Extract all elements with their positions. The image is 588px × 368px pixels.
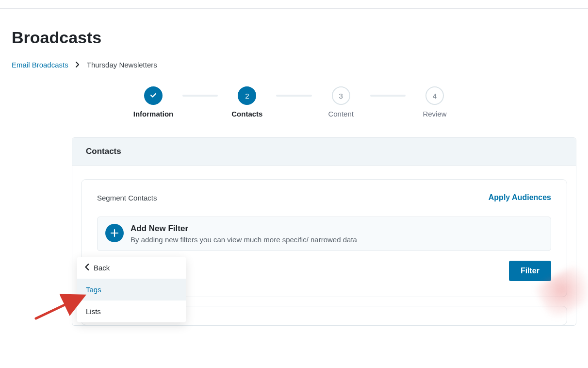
dropdown-back-label: Back (94, 264, 110, 272)
step-circle: 3 (332, 86, 350, 105)
breadcrumb-current: Thursday Newsletters (87, 61, 157, 69)
breadcrumb-root-link[interactable]: Email Broadcasts (12, 61, 68, 69)
step-circle: 4 (425, 86, 444, 105)
step-connector (370, 95, 406, 97)
filter-dropdown: Back Tags Lists (77, 257, 186, 322)
add-filter-block[interactable]: Add New Filter By adding new filters you… (97, 217, 551, 251)
filter-button[interactable]: Filter (509, 261, 551, 281)
breadcrumb: Email Broadcasts Thursday Newsletters (12, 61, 576, 69)
step-circle-done (144, 86, 163, 105)
add-filter-text: Add New Filter By adding new filters you… (131, 224, 357, 244)
step-label: Content (328, 110, 354, 118)
page-container: Broadcasts Email Broadcasts Thursday New… (0, 9, 588, 326)
step-label: Contacts (231, 110, 262, 118)
step-information[interactable]: Information (124, 86, 182, 118)
card-top-row: Segment Contacts Apply Audiences (97, 193, 551, 202)
apply-audiences-link[interactable]: Apply Audiences (489, 193, 551, 202)
step-label: Information (133, 110, 174, 118)
chevron-right-icon (75, 61, 80, 69)
segment-contacts-label: Segment Contacts (97, 194, 157, 202)
step-connector (276, 95, 311, 97)
step-label: Review (423, 110, 446, 118)
dropdown-back[interactable]: Back (77, 257, 186, 279)
panel-header: Contacts (72, 138, 576, 166)
step-circle-active: 2 (238, 86, 256, 105)
step-connector (182, 95, 218, 97)
stepper: Information 2 Contacts 3 Content 4 Revie… (124, 86, 464, 118)
dropdown-item-lists[interactable]: Lists (77, 301, 186, 322)
dropdown-item-tags[interactable]: Tags (77, 279, 186, 301)
panel-body: Segment Contacts Apply Audiences Add New… (72, 166, 576, 325)
chevron-left-icon (85, 264, 90, 272)
top-border (0, 0, 588, 9)
step-review[interactable]: 4 Review (406, 86, 464, 118)
plus-icon[interactable] (105, 224, 124, 242)
contacts-panel: Contacts Segment Contacts Apply Audience… (72, 137, 576, 326)
page-title: Broadcasts (12, 28, 576, 47)
add-filter-desc: By adding new filters you can view much … (131, 235, 357, 244)
check-icon (149, 91, 157, 100)
add-filter-title: Add New Filter (131, 224, 357, 234)
step-content[interactable]: 3 Content (312, 86, 370, 118)
step-contacts[interactable]: 2 Contacts (218, 86, 276, 118)
